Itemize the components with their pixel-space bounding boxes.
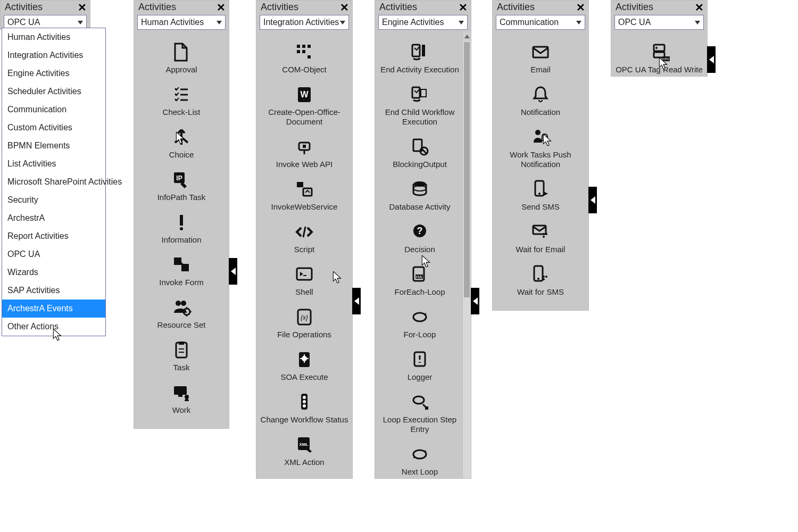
close-icon[interactable]: ✕: [217, 2, 226, 13]
scrollbar[interactable]: [462, 31, 471, 478]
dropdown-item[interactable]: Microsoft SharePoint Activities: [2, 173, 105, 191]
activity-item[interactable]: Approval: [136, 41, 227, 74]
activity-item[interactable]: ForEach-Loop: [377, 264, 462, 297]
close-icon[interactable]: ✕: [695, 2, 704, 13]
activity-label: File Operations: [277, 330, 331, 339]
dropdown-item[interactable]: OPC UA: [2, 245, 105, 263]
close-icon[interactable]: ✕: [340, 2, 349, 13]
activity-item[interactable]: Loop Execution Step Entry: [377, 392, 462, 434]
dropdown-item[interactable]: ArchestrA: [2, 209, 105, 227]
activity-item[interactable]: XML Action: [259, 434, 350, 467]
activity-label: Loop Execution Step Entry: [377, 415, 462, 434]
task-doc-icon: [170, 339, 193, 361]
activity-item[interactable]: InvokeWebService: [259, 179, 350, 212]
activity-label: For-Loop: [404, 330, 436, 339]
activity-item[interactable]: End Activity Execution: [377, 41, 462, 74]
document-icon: [170, 41, 193, 63]
code-icon: [293, 221, 316, 243]
collapse-tab[interactable]: [588, 187, 597, 213]
activity-item[interactable]: For-Loop: [377, 306, 462, 339]
activity-item[interactable]: Check-List: [136, 84, 227, 117]
activity-item[interactable]: BlockingOutput: [377, 136, 462, 169]
close-icon[interactable]: ✕: [459, 2, 468, 13]
select-value: Human Activities: [141, 18, 204, 27]
dropdown-item[interactable]: Engine Activities: [2, 64, 105, 82]
activity-label: Check-List: [163, 107, 201, 117]
collapse-tab[interactable]: [707, 46, 716, 73]
activity-label: SOA Execute: [280, 372, 328, 382]
activity-item[interactable]: Invoke Form: [136, 254, 227, 287]
panel-title: Activities: [138, 2, 176, 13]
activity-item[interactable]: Email: [495, 41, 586, 74]
activity-item[interactable]: Send SMS: [495, 179, 586, 212]
activity-item[interactable]: Script: [259, 221, 350, 254]
category-select[interactable]: Integration Activities: [260, 15, 349, 30]
scroll-up-icon[interactable]: [463, 31, 471, 41]
activity-label: End Activity Execution: [380, 65, 459, 74]
collapse-tab[interactable]: [471, 288, 479, 314]
activity-item[interactable]: Resource Set: [136, 297, 227, 330]
category-select[interactable]: Engine Activities: [378, 15, 468, 30]
activity-item[interactable]: InfoPath Task: [136, 169, 227, 202]
dropdown-item[interactable]: Security: [2, 191, 105, 209]
activity-item[interactable]: Create-Open-Office-Document: [259, 84, 350, 127]
activity-list: ApprovalCheck-ListChoiceInfoPath TaskInf…: [134, 34, 229, 429]
activity-item[interactable]: COM-Object: [259, 41, 350, 74]
dropdown-item[interactable]: Integration Activities: [2, 46, 105, 64]
scroll-thumb[interactable]: [464, 42, 470, 297]
activity-list: COM-ObjectCreate-Open-Office-DocumentInv…: [256, 34, 352, 481]
next-loop-icon: [408, 444, 431, 465]
collapse-tab[interactable]: [229, 258, 237, 285]
soa-icon: [293, 349, 316, 370]
activity-label: BlockingOutput: [393, 160, 447, 169]
activity-item[interactable]: Change Workflow Status: [259, 392, 350, 425]
activity-label: Shell: [295, 287, 313, 297]
collapse-tab[interactable]: [352, 288, 361, 314]
category-select[interactable]: OPC UA: [614, 15, 704, 30]
dropdown-item[interactable]: ArchestrA Events: [2, 300, 105, 318]
activity-item[interactable]: Wait for SMS: [495, 264, 586, 297]
loop-icon: [408, 306, 431, 328]
activity-item[interactable]: Information: [136, 212, 227, 245]
activity-item[interactable]: Notification: [495, 84, 586, 117]
activity-item[interactable]: Shell: [259, 264, 350, 297]
activity-item[interactable]: Task: [136, 339, 227, 372]
word-doc-icon: [293, 84, 316, 105]
activity-label: Information: [161, 235, 201, 245]
chevron-left-icon: [354, 297, 359, 305]
activity-item[interactable]: Invoke Web API: [259, 136, 350, 169]
close-icon[interactable]: ✕: [576, 2, 585, 13]
activity-label: End Child Workflow Execution: [377, 107, 462, 127]
activity-item[interactable]: Choice: [136, 127, 227, 160]
dropdown-item[interactable]: Other Actions: [2, 318, 105, 336]
activity-label: Create-Open-Office-Document: [259, 107, 350, 127]
dropdown-item[interactable]: SAP Activities: [2, 281, 105, 300]
activity-label: Work: [172, 405, 191, 415]
dropdown-item[interactable]: Wizards: [2, 263, 105, 281]
activity-item[interactable]: Wait for Email: [495, 221, 586, 254]
activity-item[interactable]: Database Activity: [377, 179, 462, 212]
activity-item[interactable]: Work Tasks Push Notification: [495, 127, 586, 169]
dropdown-item[interactable]: Communication: [2, 101, 105, 119]
activity-item[interactable]: OPC UA Tag Read Write: [613, 41, 705, 74]
chevron-down-icon: [340, 21, 345, 24]
activity-item[interactable]: File Operations: [259, 306, 350, 339]
activity-item[interactable]: Work: [136, 382, 227, 415]
category-dropdown[interactable]: Human ActivitiesIntegration ActivitiesEn…: [2, 28, 106, 336]
dropdown-item[interactable]: Human Activities: [2, 28, 105, 46]
category-select[interactable]: Communication: [496, 15, 585, 30]
activity-item[interactable]: Decision: [377, 221, 462, 254]
dropdown-item[interactable]: Report Activities: [2, 227, 105, 245]
activity-item[interactable]: Next Loop: [377, 444, 462, 477]
category-select[interactable]: Human Activities: [137, 15, 226, 30]
activity-item[interactable]: SOA Execute: [259, 349, 350, 382]
dropdown-item[interactable]: Custom Activities: [2, 119, 105, 137]
chevron-down-icon: [459, 21, 464, 24]
dropdown-item[interactable]: List Activities: [2, 155, 105, 173]
activity-item[interactable]: Logger: [377, 349, 462, 382]
dropdown-item[interactable]: Scheduler Activities: [2, 82, 105, 101]
activity-item[interactable]: End Child Workflow Execution: [377, 84, 462, 127]
close-icon[interactable]: ✕: [78, 2, 87, 13]
activity-list: End Activity ExecutionEnd Child Workflow…: [375, 34, 471, 491]
dropdown-item[interactable]: BPMN Elements: [2, 137, 105, 155]
